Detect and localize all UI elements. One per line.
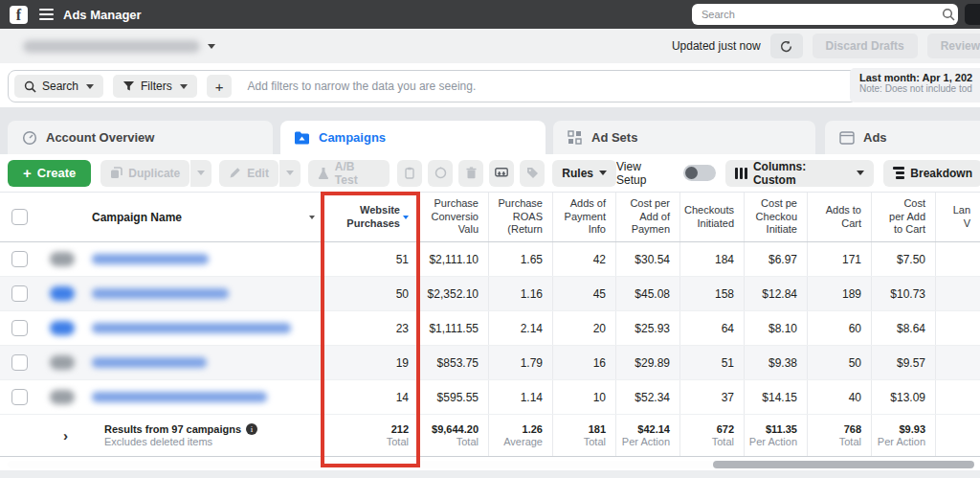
review-publish-button[interactable]: Review — [927, 34, 980, 58]
scrollbar-thumb[interactable] — [713, 461, 974, 468]
rules-button[interactable]: Rules — [552, 160, 616, 187]
campaign-name-cell[interactable] — [86, 346, 323, 379]
metric-cell: $25.93 — [615, 311, 679, 345]
filters-button[interactable]: Filters — [113, 75, 197, 98]
breakdown-button[interactable]: Breakdown — [883, 160, 980, 187]
column-header[interactable]: Cost per Add to Cart — [871, 193, 935, 241]
table-row: 51$2,111.101.6542$30.54184$6.97171$7.50 — [0, 242, 980, 277]
column-header[interactable]: Checkouts Initiated — [679, 193, 744, 241]
copy-icon — [110, 167, 122, 179]
add-filter-button[interactable]: + — [207, 75, 233, 98]
tab-label: Ads — [863, 130, 887, 145]
tag-button[interactable] — [520, 160, 545, 187]
row-checkbox[interactable] — [11, 389, 28, 405]
menu-icon[interactable] — [39, 9, 54, 20]
select-all-checkbox[interactable] — [11, 209, 28, 225]
row-select-cell[interactable] — [0, 380, 38, 414]
edit-button[interactable]: Edit — [219, 160, 278, 187]
column-header[interactable]: Cost pe Checkou Initiate — [744, 193, 807, 241]
chevron-down-icon[interactable] — [208, 44, 215, 49]
campaign-status-toggle[interactable] — [50, 355, 75, 370]
tab-ad-sets[interactable]: Ad Sets — [553, 121, 815, 154]
campaign-name-cell[interactable] — [86, 311, 323, 345]
account-name-redacted[interactable] — [23, 40, 200, 53]
campaign-toggle-cell[interactable] — [38, 380, 86, 414]
campaign-name-cell[interactable] — [86, 277, 323, 310]
metric-cell: $29.89 — [615, 346, 679, 379]
refresh-button[interactable] — [770, 34, 803, 58]
table-row: 23$1,111.552.1420$25.9364$8.1060$8.64 — [0, 311, 980, 346]
campaign-name-cell[interactable] — [86, 242, 323, 276]
global-search-input[interactable] — [692, 4, 958, 25]
export-button[interactable] — [489, 160, 514, 187]
metric-cell: 184 — [679, 242, 744, 276]
metric-cell: 50 — [807, 346, 871, 379]
view-setup-toggle[interactable] — [683, 165, 716, 181]
metric-cell: $13.09 — [871, 380, 935, 414]
search-filter-button[interactable]: Search — [14, 75, 103, 98]
edit-dropdown-button[interactable] — [279, 160, 301, 187]
row-checkbox[interactable] — [11, 354, 28, 371]
gauge-icon — [21, 129, 37, 146]
column-header-website-purchases[interactable]: Website Purchases — [323, 193, 418, 241]
metric-cell: 2.14 — [488, 311, 552, 345]
row-select-cell[interactable] — [0, 311, 38, 345]
campaign-name-cell[interactable] — [86, 380, 323, 414]
info-icon[interactable]: i — [246, 423, 257, 435]
metric-cell: $6.97 — [744, 242, 807, 276]
campaign-toggle-cell[interactable] — [38, 346, 86, 379]
row-checkbox[interactable] — [11, 285, 28, 302]
filter-card: Search Filters + Add filters to narrow t… — [8, 70, 858, 102]
campaign-name-redacted — [92, 323, 291, 333]
total-cell — [935, 415, 980, 456]
create-button[interactable]: + Create — [8, 160, 91, 187]
date-range-selector[interactable]: Last month: Apr 1, 202 Note: Does not in… — [850, 68, 980, 102]
column-header[interactable]: Purchase Conversio Valu — [418, 193, 488, 241]
row-checkbox[interactable] — [11, 251, 28, 267]
chevron-right-icon[interactable]: › — [63, 427, 68, 444]
campaign-toggle-cell[interactable] — [38, 311, 86, 345]
campaign-toggle-cell[interactable] — [38, 242, 86, 276]
campaign-status-toggle[interactable] — [50, 286, 75, 301]
column-header[interactable]: Adds to Cart — [807, 193, 871, 241]
duplicate-label: Duplicate — [128, 167, 180, 180]
metric-cell: 19 — [323, 346, 418, 379]
results-summary-cell[interactable]: › Results from 97 campaigns i Excludes d… — [0, 415, 323, 456]
campaign-status-toggle[interactable] — [50, 321, 75, 335]
history-button[interactable] — [428, 160, 453, 187]
row-select-cell[interactable] — [0, 242, 38, 276]
select-all-cell[interactable] — [0, 193, 38, 241]
duplicate-dropdown-button[interactable] — [190, 160, 212, 187]
metric-cell: 158 — [679, 277, 744, 310]
search-filter-label: Search — [42, 80, 78, 93]
tab-campaigns[interactable]: Campaigns — [280, 121, 546, 154]
tab-ads[interactable]: Ads — [825, 121, 980, 154]
column-header[interactable]: Adds of Payment Info — [552, 193, 615, 241]
campaign-name-redacted — [92, 254, 209, 264]
profile-avatar[interactable] — [965, 4, 980, 25]
tab-account-overview[interactable]: Account Overview — [8, 121, 273, 154]
row-select-cell[interactable] — [0, 277, 38, 310]
campaign-name-header[interactable]: Campaign Name — [86, 193, 323, 241]
facebook-logo-icon[interactable]: f — [10, 6, 28, 24]
ab-test-button[interactable]: A/B Test — [308, 160, 390, 187]
columns-button[interactable]: Columns: Custom — [725, 160, 874, 187]
row-select-cell[interactable] — [0, 346, 38, 379]
row-checkbox[interactable] — [11, 320, 28, 336]
campaign-status-toggle[interactable] — [50, 252, 75, 266]
clipboard-icon — [405, 167, 414, 179]
discard-drafts-button[interactable]: Discard Drafts — [813, 34, 918, 58]
metric-cell — [935, 311, 980, 345]
column-header[interactable]: Cost per Add of Paymen — [615, 193, 679, 241]
duplicate-button[interactable]: Duplicate — [100, 160, 189, 187]
breakdown-icon — [893, 167, 904, 179]
scrollbar-track[interactable] — [8, 461, 974, 468]
chevron-down-icon — [197, 171, 205, 175]
column-header[interactable]: Lan V — [935, 193, 980, 241]
pin-button[interactable] — [397, 160, 422, 187]
campaign-toggle-cell[interactable] — [38, 277, 86, 310]
campaign-status-toggle[interactable] — [50, 390, 75, 404]
app-title: Ads Manager — [63, 8, 142, 22]
delete-button[interactable] — [458, 160, 483, 187]
column-header[interactable]: Purchase ROAS (Return — [488, 193, 552, 241]
